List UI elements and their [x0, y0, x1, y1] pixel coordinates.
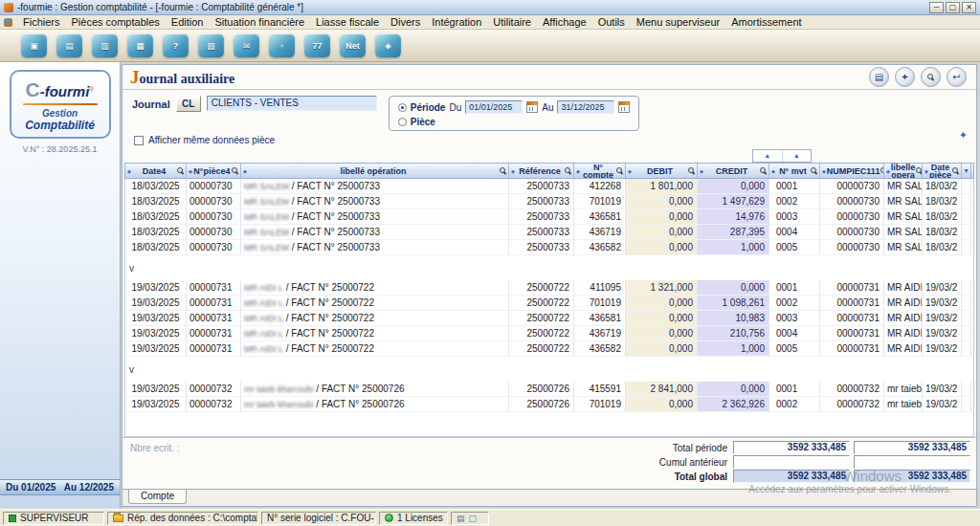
column-filter-icon[interactable]: ▼	[962, 164, 971, 178]
piece-radio[interactable]	[398, 118, 407, 126]
menu-item-pi-ces-comptables[interactable]: Pièces comptables	[66, 16, 166, 28]
facture-ref: / FACT N° 25000722	[283, 328, 374, 339]
table-nav-buttons[interactable]: ▲▲	[752, 149, 812, 163]
column-search-icon[interactable]	[916, 167, 923, 175]
sort-diamond-icon: ◆	[511, 167, 515, 175]
numpiece-cell: 00000731	[820, 296, 884, 311]
drawers-icon[interactable]: ▤	[56, 33, 82, 57]
menu-item-fichiers[interactable]: Fichiers	[17, 16, 66, 28]
facture-ref: / FACT N° 25000733	[289, 211, 380, 222]
menu-item-divers[interactable]: Divers	[385, 16, 426, 28]
date-to-field[interactable]: 31/12/2025	[557, 100, 614, 114]
export-button[interactable]: ✦	[895, 67, 915, 87]
app-logo: C-fourmi® Gestion Comptabilité	[10, 70, 111, 139]
menu-item-amortissement[interactable]: Amortissement	[725, 16, 807, 28]
periode-radio[interactable]	[398, 103, 407, 112]
reference-cell: 25000722	[509, 296, 574, 311]
redacted-name: MR SALEM	[244, 228, 289, 237]
exit-button[interactable]: ↩	[947, 67, 967, 87]
column-header-n-compte[interactable]: ◆N° compte	[574, 164, 626, 178]
tab-compte[interactable]: Compte	[128, 490, 187, 504]
group-collapse-marker[interactable]: v	[125, 255, 973, 280]
journal-row[interactable]: 18/03/202500000730MR SALEM / FACT N° 250…	[125, 194, 973, 209]
journal-row[interactable]: 19/03/202500000731MR AIDI L / FACT N° 25…	[125, 296, 973, 311]
chat-icon[interactable]: 77	[304, 33, 330, 57]
libelle-cell: mr taieb kharroubi / FACT N° 25000726	[241, 382, 509, 397]
column-search-icon[interactable]	[811, 167, 817, 175]
books-icon[interactable]: ▧	[198, 33, 224, 57]
menu-item-utilitaire[interactable]: Utilitaire	[487, 16, 537, 28]
card-file-icon[interactable]: ▥	[92, 33, 118, 57]
menu-item-liasse-fiscale[interactable]: Liasse fiscale	[310, 16, 385, 28]
calendar-to-icon[interactable]	[618, 101, 630, 113]
binder-icon[interactable]: ▦	[127, 33, 153, 57]
cube-icon[interactable]: ▣	[21, 33, 47, 57]
column-header-r-f-rence[interactable]: ◆Référence	[509, 164, 574, 178]
meme-donnees-checkbox[interactable]	[134, 136, 144, 145]
datepiece-cell: 19/03/2	[923, 280, 962, 296]
journal-row[interactable]: 18/03/202500000730MR SALEM / FACT N° 250…	[125, 225, 973, 240]
menu-item-int-gration[interactable]: Intégration	[426, 16, 487, 28]
column-header-libelle-opera[interactable]: ◆libelle opera	[884, 164, 923, 178]
cube-icon-glyph: ▣	[30, 41, 38, 51]
facture-ref: / FACT N° 25000733	[289, 196, 380, 207]
group-collapse-marker[interactable]: v	[125, 357, 973, 382]
maximize-button[interactable]: ▢	[946, 2, 960, 13]
datepiece-cell: 18/03/2	[923, 240, 962, 255]
libelle-cell: MR AIDI L / FACT N° 25000722	[241, 311, 509, 326]
journal-code-button[interactable]: CL	[176, 96, 201, 112]
menu-item-situation-financi-re[interactable]: Situation financière	[209, 16, 310, 28]
column-search-icon[interactable]	[232, 167, 238, 175]
reference-cell: 25000733	[509, 240, 574, 255]
column-search-icon[interactable]	[760, 167, 767, 175]
journal-name-field[interactable]: CLIENTS - VENTES	[207, 96, 377, 111]
search-button[interactable]	[921, 67, 941, 87]
column-search-icon[interactable]	[500, 167, 506, 175]
date-from-field[interactable]: 01/01/2025	[465, 100, 523, 114]
net-icon[interactable]: Net	[340, 33, 366, 57]
user-online-icon	[9, 515, 16, 522]
numpiece-cell: 00000731	[820, 280, 884, 296]
column-header-credit[interactable]: ◆CREDIT	[698, 164, 769, 178]
column-search-icon[interactable]	[688, 167, 695, 175]
column-header-n-pi-ce4[interactable]: ◆N°pièce4	[187, 164, 241, 178]
journal-row[interactable]: 19/03/202500000732mr taieb kharroubi / F…	[125, 382, 973, 397]
column-header-libell-op-ration[interactable]: ◆libellé opération	[241, 164, 509, 178]
journal-row[interactable]: 19/03/202500000731MR AIDI L / FACT N° 25…	[125, 341, 973, 357]
end-cell	[962, 326, 971, 341]
menu-item-outils[interactable]: Outils	[592, 16, 631, 28]
exit-icon[interactable]: ◈	[375, 33, 401, 57]
menu-item-menu-superviseur[interactable]: Menu superviseur	[631, 16, 725, 28]
minimize-button[interactable]: ─	[929, 2, 944, 13]
column-header-date-pi-ce[interactable]: ◆Date pièce	[923, 164, 962, 178]
journal-row[interactable]: 18/03/202500000730MR SALEM / FACT N° 250…	[125, 179, 973, 194]
menu-bar: FichiersPièces comptablesEditionSituatio…	[0, 15, 980, 30]
close-button[interactable]: ✕	[962, 2, 976, 13]
debit-cell: 0,000	[626, 225, 698, 240]
journal-row[interactable]: 18/03/202500000730MR SALEM / FACT N° 250…	[125, 209, 973, 225]
calendar-from-icon[interactable]	[526, 101, 538, 113]
exercise-period-bar[interactable]: Du 01/2025 Au 12/2025	[0, 479, 120, 495]
journal-row[interactable]: 19/03/202500000731MR AIDI L / FACT N° 25…	[125, 326, 973, 341]
column-header-numpiec111[interactable]: ◆NUMPIEC111	[820, 164, 884, 178]
journal-row[interactable]: 18/03/202500000730MR SALEM / FACT N° 250…	[125, 240, 973, 255]
piece-cell: 00000730	[187, 225, 241, 240]
journal-row[interactable]: 19/03/202500000732mr taieb kharroubi / F…	[125, 397, 973, 412]
menu-item-affichage[interactable]: Affichage	[537, 16, 592, 28]
column-search-icon[interactable]	[177, 167, 184, 175]
print-button[interactable]: ▤	[869, 67, 889, 87]
journal-row[interactable]: 19/03/202500000731MR AIDI L / FACT N° 25…	[125, 280, 973, 296]
globe-icon[interactable]: ♁	[269, 33, 295, 57]
column-search-icon[interactable]	[952, 167, 959, 175]
menu-item-edition[interactable]: Edition	[166, 16, 210, 28]
sparkle-icon[interactable]: ✦	[959, 129, 968, 142]
column-search-icon[interactable]	[565, 167, 571, 175]
column-header-n-mvt[interactable]: ◆N° mvt	[769, 164, 820, 178]
journal-row[interactable]: 19/03/202500000731MR AIDI L / FACT N° 25…	[125, 311, 973, 326]
column-header-debit[interactable]: ◆DEBIT	[626, 164, 698, 178]
column-header-date4[interactable]: ◆Date4	[125, 164, 187, 178]
mail-icon[interactable]: ✉	[234, 33, 259, 57]
mvt-cell: 0001	[769, 382, 820, 397]
help-icon[interactable]: ?	[163, 33, 189, 57]
column-search-icon[interactable]	[616, 167, 623, 175]
